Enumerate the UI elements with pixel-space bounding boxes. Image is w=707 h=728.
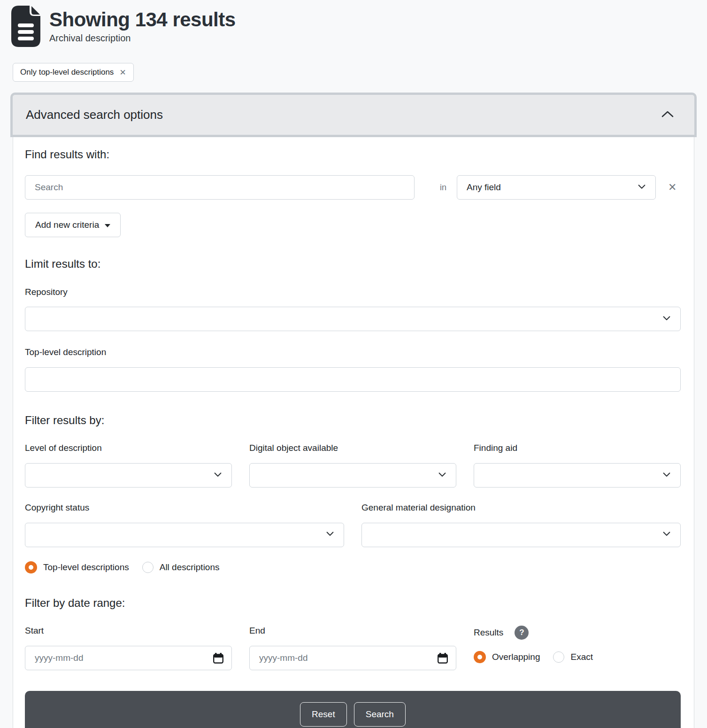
find-results-heading: Find results with: (25, 147, 681, 161)
finding-aid-select[interactable] (474, 463, 681, 488)
chevron-down-icon (637, 181, 647, 194)
start-date-input[interactable] (25, 646, 232, 670)
repository-label: Repository (25, 287, 681, 298)
field-select-value: Any field (467, 182, 501, 193)
top-level-description-label: Top-level description (25, 347, 681, 358)
page-subtitle: Archival description (49, 33, 236, 44)
level-of-description-label: Level of description (25, 443, 232, 454)
chevron-down-icon (661, 469, 672, 482)
date-match-radios: Overlapping Exact (474, 651, 681, 663)
gmd-select[interactable] (361, 523, 681, 547)
start-date-label: Start (25, 626, 232, 636)
page-header: Showing 134 results Archival description (0, 0, 707, 49)
end-date-label: End (249, 626, 456, 636)
calendar-icon[interactable] (438, 653, 448, 666)
chevron-down-icon (661, 313, 672, 325)
advanced-search-title: Advanced search options (26, 108, 163, 122)
limit-results-heading: Limit results to: (25, 257, 681, 271)
filter-row-2: Copyright status General material design… (25, 503, 681, 547)
archival-description-icon (11, 6, 40, 49)
radio-selected-icon (474, 651, 486, 663)
search-criteria-row: in Any field ✕ (25, 175, 681, 200)
description-scope-radios: Top-level descriptions All descriptions (25, 561, 681, 573)
copyright-status-label: Copyright status (25, 503, 344, 513)
page-title: Showing 134 results (49, 8, 236, 31)
add-criteria-label: Add new criteria (35, 220, 99, 230)
repository-select[interactable] (25, 307, 681, 331)
search-button[interactable]: Search (354, 702, 406, 727)
end-date-input[interactable] (249, 646, 456, 670)
date-range-row: Start End (25, 626, 681, 670)
copyright-status-select[interactable] (25, 523, 344, 547)
gmd-label: General material designation (361, 503, 681, 513)
radio-top-level-descriptions[interactable]: Top-level descriptions (25, 561, 129, 573)
filter-tag-close-icon[interactable]: ✕ (119, 68, 126, 77)
radio-overlapping[interactable]: Overlapping (474, 651, 540, 663)
date-range-heading: Filter by date range: (25, 596, 681, 610)
help-icon[interactable]: ? (515, 626, 529, 640)
radio-exact[interactable]: Exact (553, 651, 593, 663)
form-actions-bar: Reset Search (25, 691, 681, 728)
radio-unselected-icon (553, 651, 564, 663)
digital-object-select[interactable] (249, 463, 456, 488)
reset-button[interactable]: Reset (300, 702, 347, 727)
calendar-icon[interactable] (213, 653, 223, 666)
advanced-search-panel: Advanced search options Find results wit… (10, 93, 697, 728)
chevron-down-icon (213, 469, 223, 482)
chevron-down-icon (325, 528, 335, 541)
caret-down-icon (105, 224, 110, 227)
radio-all-descriptions[interactable]: All descriptions (142, 562, 220, 573)
filter-results-heading: Filter results by: (25, 413, 681, 427)
chevron-down-icon (661, 528, 672, 541)
filter-row-1: Level of description Digital object avai… (25, 443, 681, 488)
finding-aid-label: Finding aid (474, 443, 681, 454)
chevron-up-icon (661, 109, 675, 121)
add-criteria-button[interactable]: Add new criteria (25, 213, 121, 237)
radio-selected-icon (25, 561, 37, 573)
advanced-search-body: Find results with: in Any field ✕ Add ne… (13, 137, 694, 728)
top-level-description-input[interactable] (25, 367, 681, 392)
filter-tag-label: Only top-level descriptions (20, 68, 114, 77)
results-label: Results (474, 627, 503, 638)
digital-object-label: Digital object available (249, 443, 456, 454)
remove-criteria-icon[interactable]: ✕ (668, 181, 676, 194)
level-of-description-select[interactable] (25, 463, 232, 488)
filter-tag-top-level[interactable]: Only top-level descriptions ✕ (13, 63, 134, 82)
search-input[interactable] (25, 175, 415, 200)
field-select[interactable]: Any field (457, 175, 656, 200)
radio-unselected-icon (142, 562, 154, 573)
chevron-down-icon (437, 469, 447, 482)
advanced-search-header[interactable]: Advanced search options (10, 93, 697, 137)
in-label: in (431, 183, 455, 193)
